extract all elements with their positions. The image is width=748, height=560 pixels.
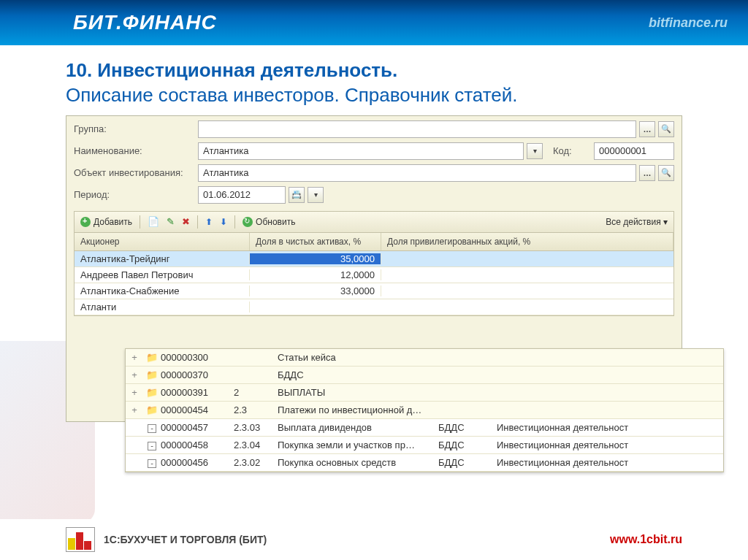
plus-icon xyxy=(80,217,91,227)
expand-toggle[interactable]: + xyxy=(126,369,143,380)
tree-name: БДДС xyxy=(278,369,438,380)
tree-name: Покупка земли и участков пр… xyxy=(278,440,438,450)
logo-icon xyxy=(66,527,95,552)
tree-row[interactable]: - 000000456 2.3.02 Покупка основных сред… xyxy=(126,454,723,472)
name-dropdown-icon[interactable] xyxy=(527,143,543,159)
tree-row[interactable]: - 000000457 2.3.03 Выплата дивидендов БД… xyxy=(126,419,723,437)
tree-code: 000000456 xyxy=(161,457,234,468)
header-bar: БИТ.ФИНАНС bitfinance.ru xyxy=(0,0,748,45)
label-code: Код: xyxy=(546,145,591,156)
tree-name: ВЫПЛАТЫ xyxy=(278,387,438,398)
item-icon: - xyxy=(143,457,161,468)
period-calendar-icon[interactable] xyxy=(289,187,305,203)
grid-row[interactable]: Андреев Павел Петрович 12,0000 xyxy=(75,267,673,283)
company-name: 1С:БУХУЧЕТ И ТОРГОВЛЯ (БИТ) xyxy=(104,534,267,545)
shareholders-grid: Акционер Доля в чистых активах, % Доля п… xyxy=(74,233,674,316)
all-actions-dropdown[interactable]: Все действия ▾ xyxy=(606,217,668,227)
tree-num: 2.3.02 xyxy=(234,457,278,468)
object-input[interactable]: Атлантика xyxy=(198,164,636,182)
col-shareholder[interactable]: Акционер xyxy=(75,233,250,250)
tree-row[interactable]: - 000000458 2.3.04 Покупка земли и участ… xyxy=(126,437,723,454)
tree-num: 2.3.03 xyxy=(234,422,278,433)
label-object: Объект инвестирования: xyxy=(74,167,198,178)
tree-code: 000000458 xyxy=(161,440,234,450)
item-icon: - xyxy=(143,422,161,433)
label-period: Период: xyxy=(74,189,198,200)
delete-button[interactable]: ✖ xyxy=(182,216,190,227)
refresh-button[interactable]: Обновить xyxy=(243,217,295,227)
group-more-button[interactable] xyxy=(639,121,655,137)
code-input[interactable]: 000000001 xyxy=(594,142,674,160)
cell-share: 33,0000 xyxy=(250,285,381,296)
add-button[interactable]: Добавить xyxy=(80,217,132,227)
slide-title: 10. Инвестиционная деятельность. Описани… xyxy=(66,58,682,108)
tree-row[interactable]: + 📁 000000370 БДДС xyxy=(126,367,723,384)
tree-name: Статьи кейса xyxy=(278,352,438,363)
footer: 1С:БУХУЧЕТ И ТОРГОВЛЯ (БИТ) www.1cbit.ru xyxy=(0,519,748,560)
product-title: БИТ.ФИНАНС xyxy=(73,11,217,34)
cell-name: Атлантика-Трейдинг xyxy=(75,253,250,264)
tree-num: 2.3.04 xyxy=(234,440,278,450)
tree-cat: Инвестиционная деятельност xyxy=(497,422,723,433)
label-group: Группа: xyxy=(74,123,198,134)
tree-name: Платежи по инвестиционной д… xyxy=(278,404,438,415)
expand-toggle[interactable]: + xyxy=(126,387,143,398)
grid-row[interactable]: Атлантика-Трейдинг 35,0000 xyxy=(75,251,673,267)
tree-name: Покупка основных средств xyxy=(278,457,438,468)
tree-row[interactable]: + 📁 000000391 2 ВЫПЛАТЫ xyxy=(126,384,723,402)
period-dropdown-icon[interactable] xyxy=(308,187,324,203)
col-share-pref[interactable]: Доля привилегированных акций, % xyxy=(381,233,673,250)
period-value: 01.06.2012 xyxy=(203,189,251,200)
toolbar: Добавить 📄 ✎ ✖ ⬆ ⬇ Обновить Все действия… xyxy=(74,211,674,233)
slide-title-subtitle: Описание состава инвесторов. Справочник … xyxy=(66,84,518,106)
refresh-button-label: Обновить xyxy=(256,217,295,227)
cell-share: 12,0000 xyxy=(250,269,381,280)
code-value: 000000001 xyxy=(599,145,646,156)
tree-code: 000000391 xyxy=(161,387,234,398)
copy-button[interactable]: 📄 xyxy=(148,216,159,227)
folder-icon: 📁 xyxy=(143,352,161,363)
label-name: Наименование: xyxy=(74,145,198,156)
tree-cat: Инвестиционная деятельност xyxy=(497,457,723,468)
slide-title-bold: 10. Инвестиционная деятельность. xyxy=(66,59,397,81)
footer-logo-block: 1С:БУХУЧЕТ И ТОРГОВЛЯ (БИТ) xyxy=(66,527,267,552)
folder-icon: 📁 xyxy=(143,369,161,380)
tree-code: 000000300 xyxy=(161,352,234,363)
object-search-icon[interactable] xyxy=(658,165,674,181)
app-window: Группа: Наименование: Атлантика Код: 000… xyxy=(66,115,682,422)
tree-name: Выплата дивидендов xyxy=(278,422,438,433)
object-more-button[interactable] xyxy=(639,165,655,181)
move-down-button[interactable]: ⬇ xyxy=(220,217,227,227)
articles-tree: + 📁 000000300 Статьи кейса + 📁 000000370… xyxy=(125,348,724,472)
name-value: Атлантика xyxy=(203,145,248,156)
expand-toggle[interactable]: + xyxy=(126,404,143,415)
tree-cat: Инвестиционная деятельност xyxy=(497,440,723,450)
name-input[interactable]: Атлантика xyxy=(198,142,524,160)
tree-code: 000000370 xyxy=(161,369,234,380)
slide-body: 10. Инвестиционная деятельность. Описани… xyxy=(0,45,748,422)
separator xyxy=(140,215,140,229)
folder-icon: 📁 xyxy=(143,404,161,415)
group-input[interactable] xyxy=(198,120,636,138)
refresh-icon xyxy=(243,217,253,227)
group-search-icon[interactable] xyxy=(658,121,674,137)
folder-icon: 📁 xyxy=(143,387,161,398)
row-object: Объект инвестирования: Атлантика xyxy=(66,160,682,182)
grid-row[interactable]: Атлантика-Снабжение 33,0000 xyxy=(75,283,673,299)
col-share-net[interactable]: Доля в чистых активах, % xyxy=(250,233,381,250)
cell-share: 35,0000 xyxy=(250,253,381,264)
tree-row[interactable]: + 📁 000000300 Статьи кейса xyxy=(126,349,723,367)
period-input[interactable]: 01.06.2012 xyxy=(198,186,286,204)
move-up-button[interactable]: ⬆ xyxy=(205,217,213,227)
grid-row[interactable]: Атланти xyxy=(75,299,673,315)
object-value: Атлантика xyxy=(203,167,248,178)
edit-button[interactable]: ✎ xyxy=(167,216,175,227)
tree-type: БДДС xyxy=(438,422,497,433)
tree-row[interactable]: + 📁 000000454 2.3 Платежи по инвестицион… xyxy=(126,402,723,419)
footer-url: www.1cbit.ru xyxy=(610,533,682,546)
separator xyxy=(197,215,198,229)
tree-type: БДДС xyxy=(438,457,497,468)
tree-code: 000000454 xyxy=(161,404,234,415)
expand-toggle[interactable]: + xyxy=(126,352,143,363)
product-url: bitfinance.ru xyxy=(649,15,728,31)
